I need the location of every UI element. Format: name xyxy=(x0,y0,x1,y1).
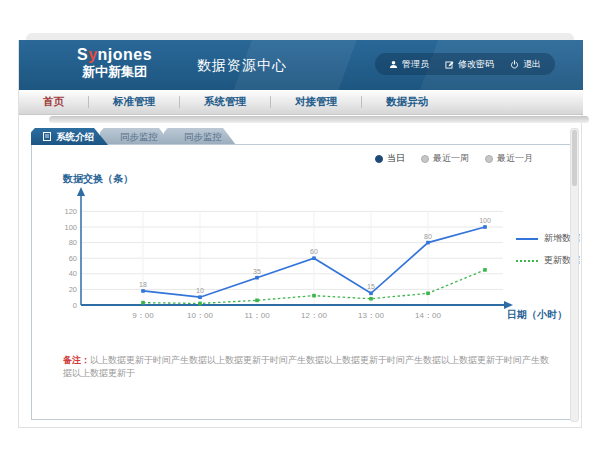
logo-text-accent: y xyxy=(88,46,97,63)
logo-cn: 新中新集团 xyxy=(77,65,152,79)
solid-line-icon xyxy=(516,238,538,240)
company-logo: Synjones 新中新集团 xyxy=(77,46,152,79)
radio-last-week[interactable]: 最近一周 xyxy=(421,152,469,165)
svg-text:10：00: 10：00 xyxy=(187,311,213,320)
svg-text:80: 80 xyxy=(424,233,432,240)
svg-text:9：00: 9：00 xyxy=(132,311,154,320)
svg-text:15: 15 xyxy=(367,283,375,290)
nav-item-interface-mgmt[interactable]: 对接管理 xyxy=(271,95,361,109)
svg-text:40: 40 xyxy=(69,269,77,278)
svg-text:13：00: 13：00 xyxy=(358,311,384,320)
main-nav: 首页 标准管理 系统管理 对接管理 数据异动 xyxy=(19,90,583,115)
svg-text:100: 100 xyxy=(64,223,77,232)
svg-text:12：00: 12：00 xyxy=(301,311,327,320)
svg-text:0: 0 xyxy=(73,301,77,310)
footnote: 备注：以上数据更新于时间产生数据以上数据更新于时间产生数据以上数据更新于时间产生… xyxy=(63,354,553,379)
radio-dot-icon xyxy=(375,155,383,163)
svg-text:35: 35 xyxy=(253,268,261,275)
tab-bar: 系统介绍 同步监控 同步监控 xyxy=(31,128,228,145)
svg-text:120: 120 xyxy=(64,207,77,216)
radio-dot-icon xyxy=(485,155,493,163)
edit-icon xyxy=(445,60,454,69)
x-axis-title: 日期（小时） xyxy=(507,308,567,322)
time-filter-group: 当日 最近一周 最近一月 xyxy=(375,152,533,165)
radio-dot-icon xyxy=(421,155,429,163)
user-menu: 管理员 修改密码 退出 xyxy=(375,53,555,75)
header: Synjones 新中新集团 数据资源中心 管理员 修改密码 退出 xyxy=(19,40,583,90)
svg-text:14：00: 14：00 xyxy=(415,311,441,320)
radio-last-week-label: 最近一周 xyxy=(433,152,469,165)
svg-text:20: 20 xyxy=(69,285,77,294)
nav-item-standard-mgmt[interactable]: 标准管理 xyxy=(89,95,179,109)
current-user[interactable]: 管理员 xyxy=(389,58,429,71)
svg-text:80: 80 xyxy=(69,238,77,247)
svg-text:60: 60 xyxy=(69,254,77,263)
nav-item-data-change[interactable]: 数据异动 xyxy=(362,95,452,109)
change-password-label: 修改密码 xyxy=(458,58,494,71)
scrollbar-thumb[interactable] xyxy=(572,130,577,186)
dotted-line-icon xyxy=(516,260,538,262)
scrollbar[interactable] xyxy=(570,128,579,422)
logo-text-right: njones xyxy=(98,46,153,63)
logo-text-left: S xyxy=(77,46,88,63)
document-icon xyxy=(43,132,51,141)
current-user-label: 管理员 xyxy=(402,58,429,71)
footnote-prefix: 备注： xyxy=(63,355,90,365)
tab-system-intro[interactable]: 系统介绍 xyxy=(31,128,108,145)
nav-item-home[interactable]: 首页 xyxy=(19,95,88,109)
y-axis-title: 数据交换（条） xyxy=(63,172,133,186)
logout-label: 退出 xyxy=(523,58,541,71)
user-icon xyxy=(389,60,398,69)
line-chart: 0204060801001209：0010：0011：0012：0013：001… xyxy=(57,186,527,334)
app-window: Synjones 新中新集团 数据资源中心 管理员 修改密码 退出 xyxy=(18,40,582,428)
logout-button[interactable]: 退出 xyxy=(510,58,541,71)
svg-text:60: 60 xyxy=(310,248,318,255)
radio-last-month-label: 最近一月 xyxy=(497,152,533,165)
nav-item-system-mgmt[interactable]: 系统管理 xyxy=(180,95,270,109)
footnote-text: 以上数据更新于时间产生数据以上数据更新于时间产生数据以上数据更新于时间产生数据以… xyxy=(63,355,549,378)
svg-text:100: 100 xyxy=(479,217,491,224)
tab-sync-monitor-1[interactable]: 同步监控 xyxy=(100,128,172,145)
nav-shadow-bar xyxy=(49,116,589,123)
svg-text:18: 18 xyxy=(139,281,147,288)
radio-today-label: 当日 xyxy=(387,152,405,165)
change-password-button[interactable]: 修改密码 xyxy=(445,58,494,71)
tab-label: 系统介绍 xyxy=(56,128,94,145)
svg-text:11：00: 11：00 xyxy=(244,311,270,320)
svg-text:10: 10 xyxy=(196,287,204,294)
app-title: 数据资源中心 xyxy=(197,57,287,75)
power-icon xyxy=(510,60,519,69)
radio-last-month[interactable]: 最近一月 xyxy=(485,152,533,165)
page: Synjones 新中新集团 数据资源中心 管理员 修改密码 退出 xyxy=(0,0,600,450)
tab-sync-monitor-2[interactable]: 同步监控 xyxy=(164,128,236,145)
radio-today[interactable]: 当日 xyxy=(375,152,405,165)
